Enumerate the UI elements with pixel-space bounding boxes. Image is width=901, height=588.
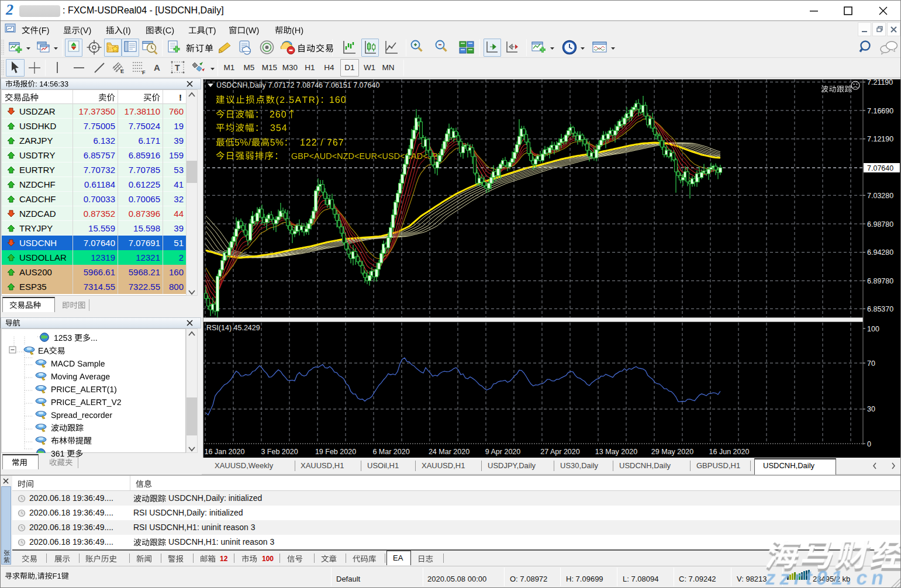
svg-text:7.07640: 7.07640 (867, 164, 893, 172)
svg-text:100: 100 (867, 325, 879, 333)
svg-text:E: E (120, 68, 124, 74)
svg-text:RSI(14) 45.2429: RSI(14) 45.2429 (206, 324, 260, 332)
svg-text:27 Apr 2020: 27 Apr 2020 (540, 448, 579, 456)
svg-text:24 Mar 2020: 24 Mar 2020 (429, 448, 470, 456)
svg-text:3 Feb 2020: 3 Feb 2020 (261, 448, 298, 456)
svg-text:30: 30 (867, 405, 875, 413)
svg-text:7.12190: 7.12190 (867, 135, 893, 143)
svg-text:16 Jan 2020: 16 Jan 2020 (205, 448, 245, 456)
svg-text:70: 70 (867, 359, 875, 368)
svg-text:F: F (142, 70, 146, 75)
svg-text:6.98780: 6.98780 (867, 220, 893, 229)
svg-text:19 Feb 2020: 19 Feb 2020 (315, 448, 356, 456)
svg-text:6 Mar 2020: 6 Mar 2020 (372, 448, 409, 456)
svg-text:6.85370: 6.85370 (867, 305, 893, 313)
svg-text:16 Jun 2020: 16 Jun 2020 (709, 448, 750, 456)
svg-text:13 May 2020: 13 May 2020 (595, 448, 637, 456)
svg-text:29 May 2020: 29 May 2020 (651, 448, 693, 456)
svg-text:6.94280: 6.94280 (867, 248, 893, 257)
svg-text:T: T (175, 63, 180, 72)
svg-text:7.16690: 7.16690 (867, 107, 893, 115)
svg-text:6.89780: 6.89780 (867, 277, 893, 285)
svg-text:0: 0 (867, 440, 871, 448)
svg-text:9 Apr 2020: 9 Apr 2020 (485, 448, 521, 456)
svg-text:7.03280: 7.03280 (867, 192, 893, 200)
svg-text:USDCNH,Daily 7.07172 7.08746: USDCNH,Daily 7.07172 7.08746 7.06151 7.0… (216, 81, 379, 89)
